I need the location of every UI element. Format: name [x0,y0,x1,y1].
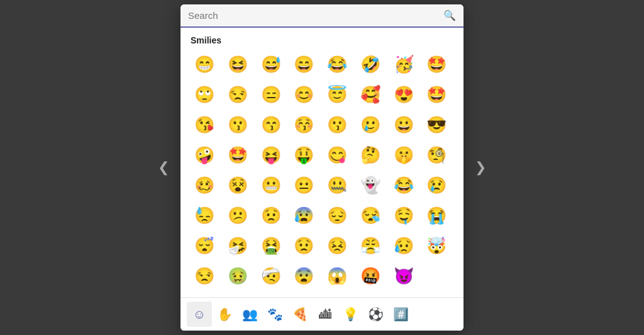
emoji-cell[interactable]: 😥 [390,232,418,259]
emoji-cell[interactable]: 😨 [290,262,318,290]
emoji-cell[interactable]: 😝 [257,141,285,169]
footer-tab-activities[interactable]: ⚽ [363,302,388,327]
emoji-cell[interactable]: 😗 [323,111,351,139]
emoji-cell[interactable]: 😘 [191,111,218,139]
emoji-cell[interactable]: 🤐 [323,171,351,199]
emoji-cell[interactable]: 😋 [323,141,351,169]
emoji-cell[interactable]: 😔 [323,202,351,229]
emoji-cell[interactable]: 🤑 [290,141,318,169]
footer-tab-animals[interactable]: 🐾 [262,302,287,327]
emoji-cell[interactable]: 🤤 [390,202,418,229]
footer-tab-hand[interactable]: ✋ [212,302,237,327]
emoji-cell[interactable]: 🥲 [357,111,384,139]
footer-tab-people[interactable]: 👥 [237,302,262,327]
emoji-cell[interactable]: 😣 [323,232,351,259]
emoji-cell[interactable]: 😱 [323,262,351,290]
footer-tab-smilies[interactable]: ☺ [187,302,212,327]
emoji-cell[interactable]: 😑 [257,81,285,108]
emoji-cell[interactable]: 😆 [224,50,252,78]
emoji-cell[interactable]: 😂 [323,50,351,78]
footer-tab-food[interactable]: 🍕 [287,302,313,327]
emoji-cell[interactable]: 😗 [224,111,252,139]
search-bar: 🔍 [180,4,464,28]
emoji-cell[interactable]: 🤩 [423,50,450,78]
emoji-cell[interactable]: 👻 [357,171,384,199]
emoji-cell[interactable]: 😭 [423,202,450,229]
emoji-cell[interactable]: 🤮 [257,232,285,259]
emoji-cell[interactable]: 🙄 [191,81,218,108]
emoji-cell[interactable]: 🤫 [390,141,418,169]
emoji-cell[interactable]: 😢 [423,171,450,199]
emoji-cell[interactable]: 🤯 [423,232,450,259]
emoji-cell[interactable]: 😒 [224,81,252,108]
emoji-cell[interactable]: 😓 [191,202,218,229]
emoji-cell[interactable]: 😕 [224,202,252,229]
emoji-cell[interactable]: 🥰 [357,81,384,108]
emoji-cell[interactable]: 😂 [390,171,418,199]
emoji-body: Smilies 😁😆😅😄😂🤣🥳🤩🙄😒😑😊😇🥰😍🤩😘😗😙😚😗🥲😀😎🤪🤩😝🤑😋🤔🤫🧐… [180,28,464,297]
emoji-cell[interactable]: 🤣 [357,50,384,78]
emoji-cell[interactable]: 🤪 [191,141,218,169]
emoji-cell[interactable]: 🤢 [224,262,252,290]
emoji-cell[interactable]: 😪 [357,202,384,229]
footer-tab-objects[interactable]: 💡 [338,302,363,327]
emoji-cell[interactable]: 😁 [191,50,218,78]
emoji-cell[interactable]: 😇 [323,81,351,108]
emoji-cell[interactable]: 😬 [257,171,285,199]
search-input[interactable] [188,10,443,21]
emoji-cell[interactable]: 🤬 [357,262,384,290]
emoji-cell[interactable]: 😤 [357,232,384,259]
section-title-smilies: Smilies [191,35,453,45]
emoji-cell[interactable]: 😊 [290,81,318,108]
emoji-cell[interactable]: 🤩 [224,141,252,169]
emoji-cell[interactable]: 😰 [290,202,318,229]
emoji-cell[interactable]: 😟 [290,232,318,259]
emoji-cell[interactable]: 😀 [390,111,418,139]
nav-right-arrow[interactable]: ❯ [464,159,497,176]
footer-tab-symbols[interactable]: #️⃣ [388,302,413,327]
emoji-grid-smilies: 😁😆😅😄😂🤣🥳🤩🙄😒😑😊😇🥰😍🤩😘😗😙😚😗🥲😀😎🤪🤩😝🤑😋🤔🤫🧐🥴😵😬😐🤐👻😂😢… [191,50,453,290]
emoji-cell[interactable]: 😎 [423,111,450,139]
emoji-footer: ☺✋👥🐾🍕🏙💡⚽#️⃣ [180,297,464,331]
emoji-cell[interactable]: 🧐 [423,141,450,169]
emoji-cell[interactable]: 😄 [290,50,318,78]
emoji-cell[interactable]: 🤔 [357,141,384,169]
emoji-cell[interactable]: 😒 [191,262,218,290]
search-icon: 🔍 [443,9,456,21]
emoji-cell[interactable]: 😴 [191,232,218,259]
emoji-cell[interactable]: 🥴 [191,171,218,199]
emoji-cell[interactable]: 😚 [290,111,318,139]
nav-left-arrow[interactable]: ❮ [147,159,180,176]
emoji-cell[interactable]: 😵 [224,171,252,199]
emoji-cell[interactable]: 😍 [390,81,418,108]
footer-tab-travel[interactable]: 🏙 [313,302,338,327]
emoji-cell[interactable]: 😟 [257,202,285,229]
emoji-cell[interactable]: 🤩 [423,81,450,108]
emoji-cell[interactable]: 😙 [257,111,285,139]
emoji-cell[interactable]: 😅 [257,50,285,78]
emoji-cell[interactable]: 😈 [390,262,418,290]
emoji-cell[interactable]: 🥳 [390,50,418,78]
emoji-cell[interactable]: 😐 [290,171,318,199]
emoji-cell[interactable]: 🤕 [257,262,285,290]
emoji-cell[interactable]: 🤧 [224,232,252,259]
emoji-picker: 🔍 Smilies 😁😆😅😄😂🤣🥳🤩🙄😒😑😊😇🥰😍🤩😘😗😙😚😗🥲😀😎🤪🤩😝🤑😋🤔… [180,4,464,331]
